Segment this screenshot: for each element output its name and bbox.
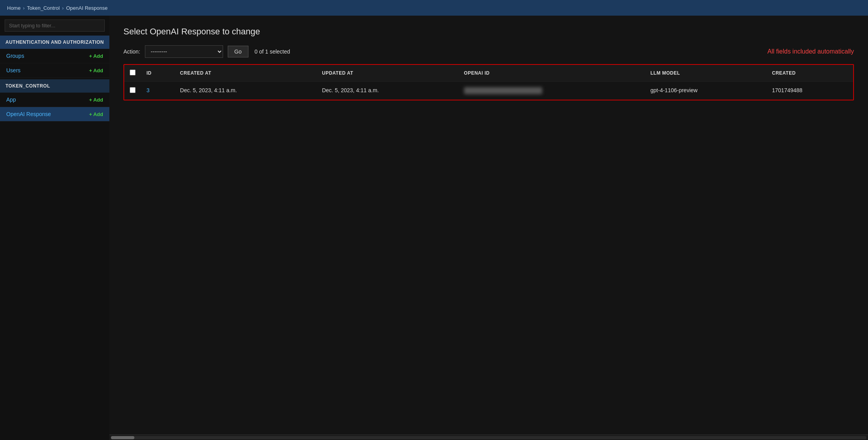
- col-openai-id[interactable]: OPENAI ID: [459, 65, 645, 82]
- breadcrumb-token-control[interactable]: Token_Control: [27, 5, 60, 11]
- action-bar: Action: --------- Go 0 of 1 selected All…: [123, 45, 854, 58]
- row-updated-at-cell: Dec. 5, 2023, 4:11 a.m.: [316, 82, 458, 100]
- sidebar: AUTHENTICATION AND AUTHORIZATION Groups …: [0, 16, 109, 440]
- sidebar-item-openai-response-label: OpenAI Response: [6, 111, 51, 117]
- action-go-button[interactable]: Go: [228, 46, 248, 57]
- main-content: Select OpenAI Response to change Action:…: [109, 16, 868, 435]
- row-checkbox-cell: [124, 82, 141, 100]
- auto-fields-notice: All fields included automatically: [768, 48, 854, 55]
- col-llm-model[interactable]: LLM MODEL: [645, 65, 766, 82]
- table-header-row: ID CREATED AT UPDATED AT OPENAI ID LLM M…: [124, 65, 853, 82]
- scrollbar-track: [111, 436, 866, 439]
- sidebar-section-auth: AUTHENTICATION AND AUTHORIZATION: [0, 36, 109, 49]
- action-select[interactable]: ---------: [145, 45, 223, 58]
- breadcrumb: Home › Token_Control › OpenAI Response: [0, 0, 868, 16]
- row-llm-model-cell: gpt-4-1106-preview: [645, 82, 766, 100]
- sidebar-filter-container: [0, 16, 109, 36]
- sidebar-item-openai-response-add[interactable]: + Add: [89, 111, 103, 117]
- row-openai-id-cell: [459, 82, 645, 100]
- sidebar-item-openai-response[interactable]: OpenAI Response + Add: [0, 107, 109, 122]
- action-label: Action:: [123, 48, 140, 55]
- row-openai-id-blurred: [464, 87, 542, 94]
- data-table: ID CREATED AT UPDATED AT OPENAI ID LLM M…: [124, 65, 853, 100]
- row-checkbox[interactable]: [130, 87, 136, 93]
- col-id[interactable]: ID: [141, 65, 175, 82]
- breadcrumb-home[interactable]: Home: [7, 5, 21, 11]
- data-table-wrapper: ID CREATED AT UPDATED AT OPENAI ID LLM M…: [123, 64, 854, 100]
- sidebar-item-app-label: App: [6, 97, 16, 103]
- sidebar-item-users-label: Users: [6, 67, 21, 73]
- breadcrumb-current: OpenAI Response: [66, 5, 107, 11]
- sidebar-item-groups-label: Groups: [6, 53, 24, 59]
- sidebar-item-groups-add[interactable]: + Add: [89, 53, 103, 59]
- col-checkbox: [124, 65, 141, 82]
- table-row: 3 Dec. 5, 2023, 4:11 a.m. Dec. 5, 2023, …: [124, 82, 853, 100]
- row-id-cell: 3: [141, 82, 175, 100]
- row-id-link[interactable]: 3: [146, 87, 150, 93]
- select-all-checkbox[interactable]: [130, 70, 136, 75]
- col-updated-at[interactable]: UPDATED AT: [316, 65, 458, 82]
- row-created-cell: 1701749488: [766, 82, 853, 100]
- col-created[interactable]: CREATED: [766, 65, 853, 82]
- breadcrumb-sep-2: ›: [62, 5, 64, 11]
- col-created-at[interactable]: CREATED AT: [175, 65, 316, 82]
- sidebar-item-app-add[interactable]: + Add: [89, 97, 103, 103]
- sidebar-section-token-control: TOKEN_CONTROL: [0, 79, 109, 93]
- horizontal-scrollbar[interactable]: [109, 435, 868, 440]
- sidebar-item-users-add[interactable]: + Add: [89, 68, 103, 73]
- sidebar-item-users[interactable]: Users + Add: [0, 63, 109, 78]
- breadcrumb-sep-1: ›: [23, 5, 25, 11]
- scrollbar-thumb[interactable]: [111, 436, 134, 439]
- sidebar-filter-input[interactable]: [5, 20, 105, 32]
- sidebar-item-groups[interactable]: Groups + Add: [0, 49, 109, 63]
- sidebar-item-app[interactable]: App + Add: [0, 93, 109, 107]
- row-created-at-cell: Dec. 5, 2023, 4:11 a.m.: [175, 82, 316, 100]
- page-title: Select OpenAI Response to change: [123, 27, 854, 37]
- selected-count: 0 of 1 selected: [255, 48, 290, 55]
